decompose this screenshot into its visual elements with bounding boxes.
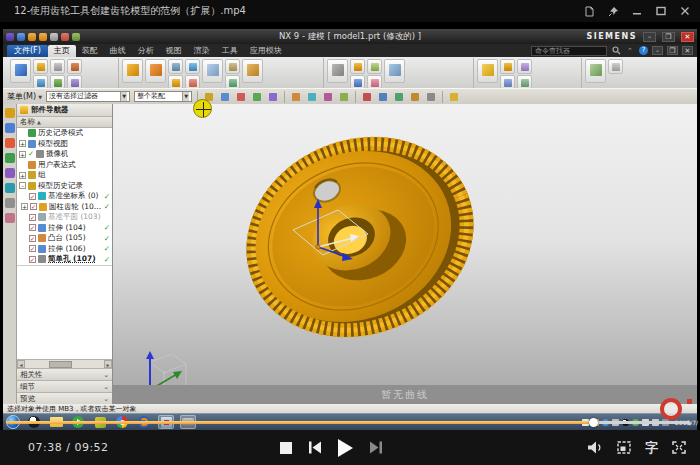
checkbox[interactable]: ✓ bbox=[29, 245, 36, 252]
measure-icon[interactable] bbox=[585, 59, 606, 83]
checkbox[interactable]: ✓ bbox=[30, 203, 37, 210]
progress-remaining[interactable] bbox=[594, 421, 690, 424]
more-tools-icon[interactable] bbox=[608, 59, 623, 74]
fullscreen-icon[interactable] bbox=[672, 441, 686, 454]
tree-item[interactable]: ✓ 拉伸 (104) ✓ bbox=[17, 223, 112, 234]
tree-item[interactable]: + 组 bbox=[17, 170, 112, 181]
line-tool-icon[interactable] bbox=[33, 59, 48, 74]
existing-point-icon[interactable] bbox=[306, 91, 318, 103]
tab-tools[interactable]: 工具 bbox=[216, 45, 244, 57]
tab-render[interactable]: 渲染 bbox=[188, 45, 216, 57]
nx-restore-icon[interactable]: ❐ bbox=[662, 32, 675, 42]
datum-plane-icon[interactable] bbox=[202, 59, 223, 83]
roles-icon[interactable] bbox=[5, 213, 15, 223]
previous-icon[interactable] bbox=[308, 441, 322, 454]
reuse-library-icon[interactable] bbox=[5, 153, 15, 163]
menu-button[interactable]: 菜单(M) ▼ bbox=[7, 91, 42, 102]
checkbox[interactable]: ✓ bbox=[29, 214, 36, 221]
checkbox[interactable]: ✓ bbox=[29, 193, 36, 200]
tree-item[interactable]: 用户表达式 bbox=[17, 160, 112, 171]
assembly-constraint-icon[interactable] bbox=[500, 59, 515, 74]
selection-filter-select[interactable]: 没有选择过滤器 ▼ bbox=[46, 91, 130, 102]
undo-icon[interactable] bbox=[28, 33, 36, 41]
constraint-navigator-icon[interactable] bbox=[5, 123, 15, 133]
more-sync-icon[interactable] bbox=[384, 59, 405, 83]
close-icon[interactable] bbox=[678, 5, 692, 17]
collapse-ribbon-icon[interactable]: ⌃ bbox=[625, 46, 635, 56]
endpoint-snap-icon[interactable] bbox=[219, 91, 231, 103]
point-on-curve-icon[interactable] bbox=[322, 91, 334, 103]
tab-analysis[interactable]: 分析 bbox=[132, 45, 160, 57]
tree-item[interactable]: ✓ 基准平面 (103) bbox=[17, 212, 112, 223]
open-file-icon[interactable] bbox=[582, 5, 596, 17]
save-icon[interactable] bbox=[17, 33, 25, 41]
scroll-right-icon[interactable]: ▸ bbox=[104, 360, 112, 368]
window-switch-icon[interactable] bbox=[72, 33, 80, 41]
help-icon[interactable]: ? bbox=[639, 46, 648, 55]
web-browser-icon[interactable] bbox=[5, 183, 15, 193]
tree-item[interactable]: ✓ 基准坐标系 (0) ✓ bbox=[17, 191, 112, 202]
replace-face-icon[interactable] bbox=[367, 59, 382, 74]
search-icon[interactable] bbox=[611, 46, 621, 56]
progress-elapsed[interactable] bbox=[6, 421, 594, 424]
screenshot-icon[interactable] bbox=[617, 441, 631, 454]
tab-view[interactable]: 视图 bbox=[160, 45, 188, 57]
tree-item[interactable]: + 模型视图 bbox=[17, 139, 112, 150]
scrollbar-thumb[interactable] bbox=[49, 361, 73, 368]
expander-icon[interactable]: + bbox=[19, 151, 26, 158]
mdi-close-icon[interactable]: ✕ bbox=[682, 46, 693, 55]
subtitle-icon[interactable]: 字 bbox=[645, 441, 658, 455]
tree-item[interactable]: - 模型历史记录 bbox=[17, 181, 112, 192]
panel-dependencies[interactable]: 相关性 ⌄ bbox=[17, 368, 112, 380]
command-finder-input[interactable]: 命令查找器 bbox=[531, 46, 607, 56]
horizontal-scrollbar[interactable]: ◂ ▸ bbox=[17, 359, 112, 368]
point-on-face-icon[interactable] bbox=[338, 91, 350, 103]
stop-icon[interactable] bbox=[280, 442, 292, 454]
tab-file[interactable]: 文件(F) bbox=[7, 45, 48, 57]
tab-home[interactable]: 主页 bbox=[48, 45, 76, 57]
fillet-tool-icon[interactable] bbox=[67, 59, 82, 74]
body-filter-icon[interactable] bbox=[409, 91, 421, 103]
expander-icon[interactable]: + bbox=[19, 172, 26, 179]
line-filter-icon[interactable] bbox=[361, 91, 373, 103]
blend-icon[interactable] bbox=[242, 59, 263, 83]
redo-icon[interactable] bbox=[39, 33, 47, 41]
tree-item[interactable]: 历史记录模式 bbox=[17, 128, 112, 139]
panel-details[interactable]: 细节 ⌄ bbox=[17, 380, 112, 392]
play-icon[interactable] bbox=[338, 439, 353, 457]
tab-curve[interactable]: 曲线 bbox=[104, 45, 132, 57]
extrude-icon[interactable] bbox=[122, 59, 143, 83]
graphics-viewport[interactable]: 暂无曲线 bbox=[113, 104, 697, 404]
hole-icon[interactable] bbox=[168, 59, 183, 74]
unite-icon[interactable] bbox=[185, 59, 200, 74]
minimize-icon[interactable] bbox=[630, 5, 644, 17]
next-icon[interactable] bbox=[369, 441, 383, 454]
sketch-icon[interactable] bbox=[10, 59, 31, 83]
tree-item-selected[interactable]: ✓ 简单孔 (107) ✓ bbox=[17, 254, 112, 265]
selection-scope-select[interactable]: 整个装配 ▼ bbox=[134, 91, 192, 102]
intersection-snap-icon[interactable] bbox=[251, 91, 263, 103]
quadrant-snap-icon[interactable] bbox=[290, 91, 302, 103]
mdi-restore-icon[interactable]: ❐ bbox=[667, 46, 678, 55]
tree-item[interactable]: ✓ 凸台 (105) ✓ bbox=[17, 233, 112, 244]
move-face-icon[interactable] bbox=[327, 59, 348, 83]
tab-application[interactable]: 应用模块 bbox=[244, 45, 288, 57]
face-filter-icon[interactable] bbox=[393, 91, 405, 103]
shell-icon[interactable] bbox=[225, 59, 240, 74]
scrollbar-track[interactable] bbox=[25, 361, 104, 368]
expander-icon[interactable]: - bbox=[19, 182, 26, 189]
highlight-toggle-icon[interactable] bbox=[448, 91, 460, 103]
revolve-icon[interactable] bbox=[145, 59, 166, 83]
pin-icon[interactable] bbox=[606, 5, 620, 17]
panel-preview[interactable]: 预览 ⌄ bbox=[17, 392, 112, 404]
video-frame[interactable]: NX 9 - 建模 [ model1.prt (修改的) ] SIEMENS –… bbox=[0, 22, 700, 430]
expander-icon[interactable]: + bbox=[19, 140, 26, 147]
rectangle-tool-icon[interactable] bbox=[50, 59, 65, 74]
maximize-icon[interactable] bbox=[654, 5, 668, 17]
checkbox[interactable]: ✓ bbox=[29, 256, 36, 263]
progress-handle[interactable] bbox=[589, 418, 598, 427]
midpoint-snap-icon[interactable] bbox=[235, 91, 247, 103]
hd3d-tools-icon[interactable] bbox=[5, 168, 15, 178]
scroll-left-icon[interactable]: ◂ bbox=[17, 360, 25, 368]
paste-icon[interactable] bbox=[61, 33, 69, 41]
